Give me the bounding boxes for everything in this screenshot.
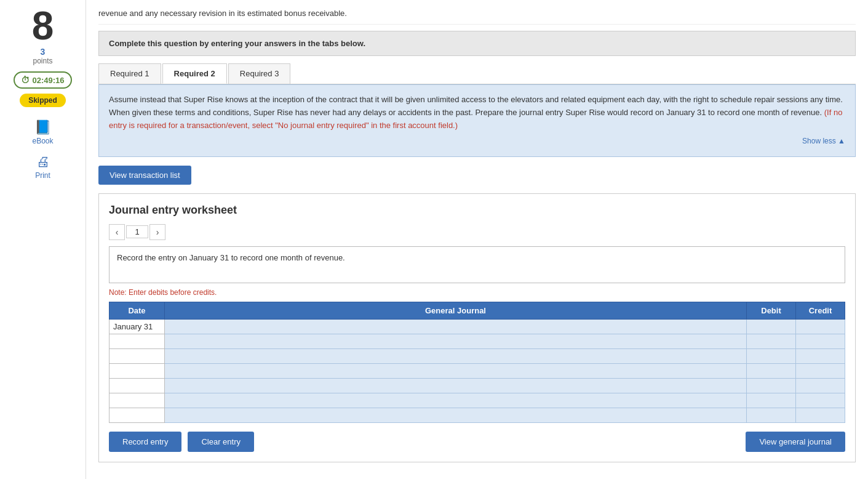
bottom-nav: ❮ Required 1 Required 3 ❯ — [98, 473, 856, 479]
skipped-badge: Skipped — [20, 94, 66, 107]
table-row — [109, 363, 845, 378]
debit-input[interactable] — [751, 396, 792, 405]
credit-input[interactable] — [800, 352, 841, 361]
debit-input[interactable] — [751, 352, 792, 361]
instruction-box: Complete this question by entering your … — [98, 31, 856, 56]
sidebar: 8 3 points ⏱ 02:49:16 Skipped 📘 eBook 🖨 … — [0, 0, 86, 479]
general-journal-cell[interactable] — [165, 334, 747, 348]
table-row: January 31 — [109, 319, 845, 334]
note-text: Note: Enter debits before credits. — [109, 288, 845, 297]
credit-cell[interactable] — [796, 408, 845, 422]
print-icon: 🖨 — [36, 154, 50, 170]
action-buttons: Record entry Clear entry View general jo… — [109, 432, 845, 452]
record-entry-button[interactable]: Record entry — [109, 432, 181, 452]
general-journal-input[interactable] — [169, 411, 743, 420]
general-journal-input[interactable] — [169, 396, 743, 405]
table-row — [109, 334, 845, 348]
debit-input[interactable] — [751, 411, 792, 420]
general-journal-cell[interactable] — [165, 408, 747, 422]
date-cell — [109, 393, 165, 408]
debit-input[interactable] — [751, 381, 792, 390]
page-number: 1 — [126, 225, 148, 238]
col-header-general-journal: General Journal — [165, 302, 747, 319]
timer-badge: ⏱ 02:49:16 — [14, 71, 71, 89]
general-journal-input[interactable] — [169, 381, 743, 390]
table-row — [109, 408, 845, 422]
credit-cell[interactable] — [796, 319, 845, 334]
date-cell — [109, 363, 165, 378]
credit-input[interactable] — [800, 366, 841, 376]
points-value: 3 — [41, 47, 46, 57]
worksheet-title: Journal entry worksheet — [109, 204, 845, 217]
tab-required-1[interactable]: Required 1 — [98, 63, 161, 84]
date-cell — [109, 408, 165, 422]
debit-cell[interactable] — [747, 393, 796, 408]
credit-cell[interactable] — [796, 348, 845, 363]
credit-input[interactable] — [800, 337, 841, 346]
ebook-tool[interactable]: 📘 eBook — [32, 119, 53, 145]
credit-input[interactable] — [800, 411, 841, 420]
debit-input[interactable] — [751, 366, 792, 376]
debit-input[interactable] — [751, 322, 792, 331]
debit-cell[interactable] — [747, 378, 796, 393]
info-box: Assume instead that Super Rise knows at … — [98, 84, 856, 157]
general-journal-cell[interactable] — [165, 319, 747, 334]
table-row — [109, 378, 845, 393]
general-journal-cell[interactable] — [165, 378, 747, 393]
credit-cell[interactable] — [796, 393, 845, 408]
tab-required-2[interactable]: Required 2 — [162, 63, 227, 84]
date-cell — [109, 378, 165, 393]
instruction-text: Complete this question by entering your … — [109, 39, 365, 48]
date-cell: January 31 — [109, 319, 165, 334]
general-journal-input[interactable] — [169, 322, 743, 331]
general-journal-input[interactable] — [169, 366, 743, 376]
tabs-container: Required 1 Required 2 Required 3 — [98, 63, 856, 84]
debit-cell[interactable] — [747, 319, 796, 334]
clear-entry-button[interactable]: Clear entry — [188, 432, 254, 452]
debit-cell[interactable] — [747, 363, 796, 378]
debit-cell[interactable] — [747, 348, 796, 363]
print-label: Print — [35, 171, 50, 180]
general-journal-cell[interactable] — [165, 363, 747, 378]
credit-cell[interactable] — [796, 378, 845, 393]
prev-page-button[interactable]: ‹ — [109, 224, 125, 240]
debit-cell[interactable] — [747, 334, 796, 348]
timer-value: 02:49:16 — [32, 76, 64, 85]
question-text: revenue and any necessary revision in it… — [98, 9, 347, 18]
show-less-button[interactable]: Show less ▲ — [109, 135, 845, 147]
date-cell — [109, 348, 165, 363]
clock-icon: ⏱ — [21, 75, 30, 85]
col-header-debit: Debit — [747, 302, 796, 319]
credit-input[interactable] — [800, 381, 841, 390]
ebook-label: eBook — [32, 137, 53, 145]
next-page-button[interactable]: › — [149, 224, 165, 240]
worksheet-container: Journal entry worksheet ‹ 1 › Record the… — [98, 193, 856, 462]
ebook-icon: 📘 — [34, 119, 51, 135]
credit-cell[interactable] — [796, 334, 845, 348]
credit-cell[interactable] — [796, 363, 845, 378]
info-main-text: Assume instead that Super Rise knows at … — [109, 95, 843, 117]
table-row — [109, 393, 845, 408]
general-journal-input[interactable] — [169, 352, 743, 361]
view-general-journal-button[interactable]: View general journal — [746, 432, 845, 452]
journal-table: Date General Journal Debit Credit Januar… — [109, 302, 845, 423]
debit-cell[interactable] — [747, 408, 796, 422]
page-nav: ‹ 1 › — [109, 224, 845, 240]
col-header-date: Date — [109, 302, 165, 319]
general-journal-cell[interactable] — [165, 348, 747, 363]
question-header: revenue and any necessary revision in it… — [98, 0, 856, 25]
view-transaction-button[interactable]: View transaction list — [98, 166, 191, 185]
entry-description: Record the entry on January 31 to record… — [109, 246, 845, 283]
date-cell — [109, 334, 165, 348]
credit-input[interactable] — [800, 396, 841, 405]
credit-input[interactable] — [800, 322, 841, 331]
general-journal-input[interactable] — [169, 337, 743, 346]
debit-input[interactable] — [751, 337, 792, 346]
general-journal-cell[interactable] — [165, 393, 747, 408]
table-row — [109, 348, 845, 363]
print-tool[interactable]: 🖨 Print — [35, 154, 50, 180]
main-content: revenue and any necessary revision in it… — [86, 0, 868, 479]
points-label: points — [33, 57, 52, 65]
tab-required-3[interactable]: Required 3 — [228, 63, 291, 84]
question-number: 8 — [32, 6, 54, 46]
